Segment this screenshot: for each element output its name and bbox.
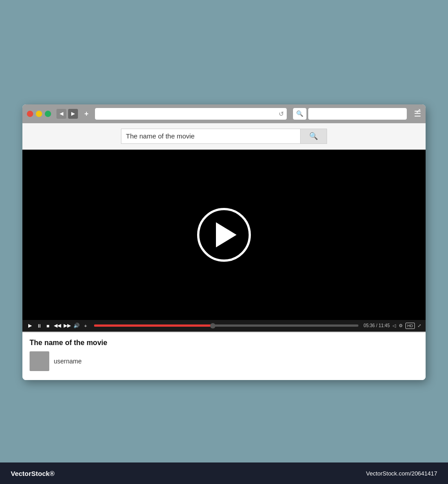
browser-search-icon-box: 🔍 bbox=[293, 108, 306, 120]
traffic-lights bbox=[27, 111, 51, 117]
new-tab-button[interactable]: + bbox=[82, 109, 91, 119]
movie-search-button[interactable]: 🔍 bbox=[300, 129, 327, 144]
video-player bbox=[22, 150, 426, 320]
browser-search-area: 🔍 bbox=[293, 108, 407, 120]
stop-ctrl-button[interactable]: ■ bbox=[45, 323, 51, 328]
settings-icon[interactable]: ⚙ bbox=[399, 323, 403, 328]
play-triangle-icon bbox=[216, 222, 237, 247]
search-bar-section: 🔍 bbox=[22, 123, 426, 150]
channel-name[interactable]: username bbox=[54, 358, 82, 365]
time-display: 05:36 / 11:45 bbox=[364, 323, 390, 328]
hd-badge: HD bbox=[405, 323, 415, 329]
volume-ctrl-button[interactable]: 🔊 bbox=[73, 323, 80, 328]
reload-icon[interactable]: ↺ bbox=[279, 110, 284, 117]
traffic-light-green[interactable] bbox=[45, 111, 51, 117]
expand-icon[interactable]: ⤢ bbox=[416, 107, 421, 114]
bottom-bar: VectorStock® VectorStock.com/20641417 bbox=[0, 462, 448, 484]
address-bar[interactable]: ↺ bbox=[95, 108, 287, 120]
pause-ctrl-button[interactable]: ⏸ bbox=[36, 323, 42, 328]
movie-search-input[interactable] bbox=[121, 129, 300, 144]
channel-row: username bbox=[30, 351, 418, 371]
browser-window: ◀ ▶ + ↺ 🔍 ☰ ⤢ 🔍 bbox=[22, 104, 426, 380]
watermark-left: VectorStock® bbox=[11, 470, 55, 477]
back-button[interactable]: ◀ bbox=[56, 109, 66, 119]
video-info: The name of the movie username bbox=[22, 332, 426, 380]
progress-thumb bbox=[210, 323, 215, 328]
browser-titlebar: ◀ ▶ + ↺ 🔍 ☰ ⤢ bbox=[22, 104, 426, 123]
rewind-ctrl-button[interactable]: ◀◀ bbox=[54, 323, 61, 328]
fastforward-ctrl-button[interactable]: ▶▶ bbox=[64, 323, 71, 328]
plus-ctrl-button[interactable]: + bbox=[82, 323, 89, 328]
browser-search-icon: 🔍 bbox=[296, 110, 303, 117]
browser-search-field[interactable] bbox=[308, 108, 407, 120]
video-title: The name of the movie bbox=[30, 339, 418, 347]
search-icon: 🔍 bbox=[309, 132, 318, 140]
channel-avatar bbox=[30, 351, 49, 371]
fullscreen-icon[interactable]: ⤢ bbox=[418, 323, 421, 328]
play-button[interactable] bbox=[197, 208, 251, 262]
forward-button[interactable]: ▶ bbox=[68, 109, 78, 119]
progress-bar[interactable] bbox=[94, 324, 358, 327]
play-ctrl-button[interactable]: ▶ bbox=[27, 323, 33, 328]
traffic-light-yellow[interactable] bbox=[36, 111, 42, 117]
video-controls: ▶ ⏸ ■ ◀◀ ▶▶ 🔊 + 05:36 / 11:45 ◁ ⚙ HD ⤢ bbox=[22, 320, 426, 332]
share-icon[interactable]: ◁ bbox=[392, 323, 396, 328]
watermark-right: VectorStock.com/20641417 bbox=[366, 470, 437, 477]
progress-bar-fill bbox=[94, 324, 213, 327]
browser-nav: ◀ ▶ bbox=[56, 109, 78, 119]
traffic-light-red[interactable] bbox=[27, 111, 33, 117]
